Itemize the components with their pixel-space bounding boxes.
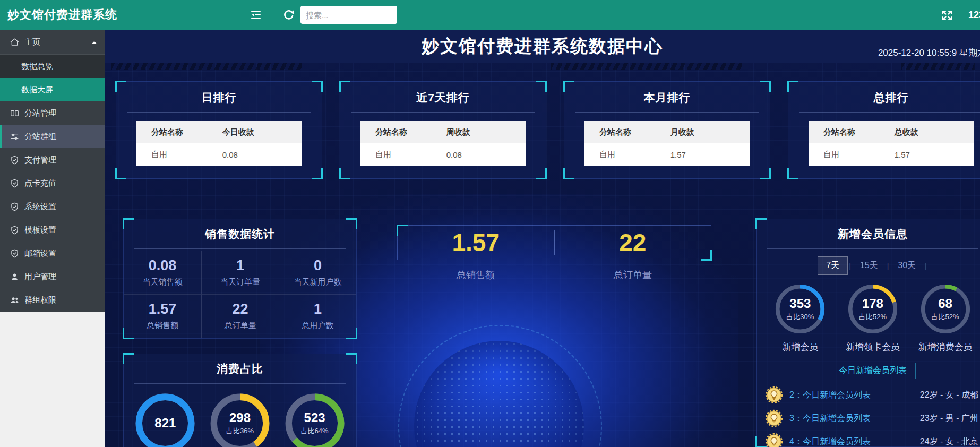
tab-7d[interactable]: 7天 <box>818 256 848 275</box>
topbar: 妙文馆付费进群系统 123 <box>0 0 980 30</box>
donut-chart: 68占比52% <box>920 283 971 334</box>
donut-chart: 298占比36% <box>210 393 270 447</box>
sidebar-item-email-settings[interactable]: 邮箱设置 <box>0 242 105 265</box>
table-header: 分站名称周收款 <box>360 121 526 143</box>
sidebar-item-label: 支付管理 <box>24 155 56 165</box>
period-tabs: 7天|15天|30天| <box>757 256 980 275</box>
sidebar-item-card-recharge[interactable]: 点卡充值 <box>0 171 105 195</box>
ranking-card-title: 本月排行 <box>564 90 770 105</box>
stat-value: 1 <box>202 257 279 274</box>
donut-chart: 178占比52% <box>847 283 898 334</box>
stat-label: 总用户数 <box>279 321 356 331</box>
search-input[interactable] <box>300 6 397 24</box>
totals-box: 1.57 22 <box>397 225 711 260</box>
divider <box>767 248 978 249</box>
donut-ratio: 占比52% <box>859 312 887 322</box>
donut-value: 178 <box>862 296 883 311</box>
member-meta: 24岁 - 女 - 北京 <box>920 436 980 447</box>
sidebar-item-user-management[interactable]: 用户管理 <box>0 265 105 288</box>
member-donuts-row: 353占比30%新增会员178占比52%新增领卡会员68占比52%新增消费会员 <box>757 283 980 353</box>
divider <box>764 371 824 371</box>
sidebar-item-system-settings[interactable]: 系统设置 <box>0 195 105 218</box>
sidebar-item-substation-groups[interactable]: 分站群组 <box>0 125 105 148</box>
stat-value: 1.57 <box>124 301 201 317</box>
sliders-icon <box>10 132 20 142</box>
stat-value: 1 <box>279 301 356 317</box>
stat-value: 0 <box>279 257 356 274</box>
globe-ring <box>398 325 602 447</box>
sidebar-item-label: 数据总览 <box>21 62 53 72</box>
stat-value: 0.08 <box>124 257 201 274</box>
sidebar-menu: 主页数据总览数据大屏分站管理分站群组支付管理点卡充值系统设置模板设置邮箱设置用户… <box>0 30 105 312</box>
ranking-card-title: 日排行 <box>116 90 322 105</box>
donut-ratio: 占比52% <box>932 312 959 322</box>
donut-value: 298 <box>229 410 251 425</box>
stat-label: 总销售额 <box>124 321 201 331</box>
screen: 妙文馆付费进群系统 123 主页数据总览数据大屏分站管理分站群组支付管理点卡充值… <box>0 0 980 447</box>
stat-cell: 1.57总销售额 <box>124 294 201 338</box>
ranking-card-1: 近7天排行分站名称周收款自用0.08 <box>340 81 546 179</box>
deco-stripes-left <box>111 63 302 70</box>
stat-cell: 0.08当天销售额 <box>124 251 201 294</box>
sidebar-item-payment-management[interactable]: 支付管理 <box>0 148 105 171</box>
stat-cell: 1总用户数 <box>279 294 356 338</box>
table-header: 分站名称今日收款 <box>136 121 302 143</box>
donut-value: 821 <box>154 416 176 431</box>
total-sales-label: 总销售额 <box>397 269 554 281</box>
cell-site-name: 自用 <box>584 150 670 160</box>
sidebar-item-data-overview[interactable]: 数据总览 <box>0 55 105 78</box>
column-header: 今日收款 <box>222 127 302 137</box>
total-orders-value: 22 <box>555 226 711 260</box>
sales-stats-grid: 0.08当天销售额1当天订单量0当天新用户数1.57总销售额22总订单量1总用户… <box>124 251 356 338</box>
sidebar-item-template-settings[interactable]: 模板设置 <box>0 218 105 242</box>
sidebar-item-substation-management[interactable]: 分站管理 <box>0 101 105 125</box>
new-members-panel: 新增会员信息 7天|15天|30天| 353占比30%新增会员178占比52%新… <box>756 219 980 447</box>
sidebar-item-group-permissions[interactable]: 群组权限 <box>0 288 105 312</box>
chevron-up-icon[interactable] <box>91 39 98 46</box>
sidebar-item-label: 分站管理 <box>24 108 56 118</box>
member-list-item[interactable]: 2：今日新增会员列表22岁 - 女 - 成都 <box>765 383 980 407</box>
member-list-header-button[interactable]: 今日新增会员列表 <box>830 363 916 379</box>
sidebar-item-label: 用户管理 <box>24 272 56 282</box>
stat-cell: 0当天新用户数 <box>279 251 356 294</box>
tab-separator: | <box>887 262 889 270</box>
member-list-item[interactable]: 3：今日新增会员列表23岁 - 男 - 广州 <box>765 407 980 430</box>
member-donut-column: 353占比30%新增会员 <box>764 283 837 353</box>
member-meta: 22岁 - 女 - 成都 <box>920 390 980 401</box>
ranking-card-title: 近7天排行 <box>340 90 546 105</box>
shield-icon <box>10 155 20 165</box>
table-row: 自用1.57 <box>584 143 750 166</box>
tab-15d[interactable]: 15天 <box>852 257 886 274</box>
collapse-menu-icon[interactable] <box>250 8 262 21</box>
tab-30d[interactable]: 30天 <box>890 257 924 274</box>
divider <box>575 112 759 113</box>
stat-label: 当天新用户数 <box>279 277 356 287</box>
users-icon <box>10 295 20 305</box>
divider <box>127 112 311 113</box>
member-text: 3：今日新增会员列表 <box>789 413 920 424</box>
sidebar-item-label: 群组权限 <box>24 295 56 305</box>
dashboard: 妙文馆付费进群系统数据中心 2025-12-20 10:55:9 星期六 日排行… <box>105 30 980 447</box>
member-list-item[interactable]: 4：今日新增会员列表24岁 - 女 - 北京 <box>765 430 980 447</box>
donut-value: 68 <box>938 296 952 311</box>
shield-icon <box>10 202 20 212</box>
column-header: 月收款 <box>670 127 750 137</box>
sidebar-item-data-screen[interactable]: 数据大屏 <box>0 78 105 101</box>
tab-separator: | <box>849 262 851 270</box>
fullscreen-icon[interactable] <box>941 9 953 22</box>
deco-stripes-right <box>551 63 742 70</box>
column-header: 分站名称 <box>584 127 670 137</box>
member-list-header: 今日新增会员列表 <box>764 363 980 379</box>
ranking-table: 分站名称今日收款自用0.08 <box>136 121 302 166</box>
refresh-icon[interactable] <box>282 8 295 21</box>
sidebar-item-label: 点卡充值 <box>24 178 56 188</box>
cell-site-name: 自用 <box>136 150 222 160</box>
sidebar-item-home[interactable]: 主页 <box>0 30 105 55</box>
table-row: 自用0.08 <box>360 143 526 166</box>
member-text: 4：今日新增会员列表 <box>789 436 920 447</box>
member-text: 2：今日新增会员列表 <box>789 390 920 401</box>
donut-value: 353 <box>789 296 811 311</box>
table-header: 分站名称月收款 <box>584 121 750 143</box>
donut-label: 新增领卡会员 <box>846 341 900 353</box>
divider <box>921 371 980 371</box>
